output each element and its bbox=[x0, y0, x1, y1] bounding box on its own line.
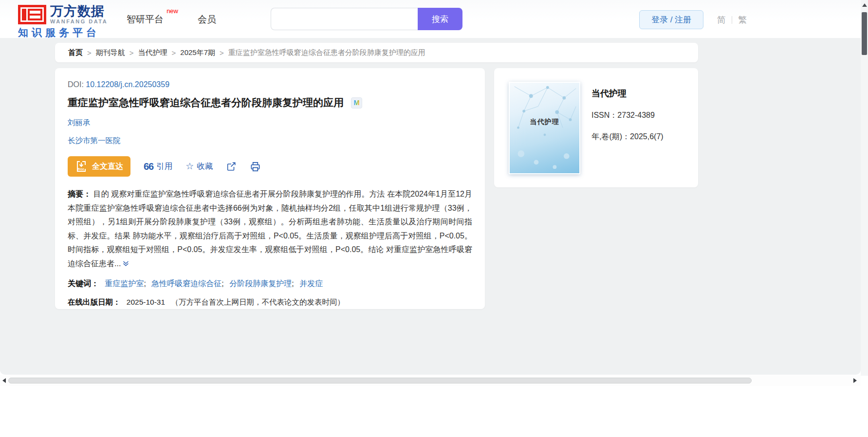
article-actions: free 全文直达 66 引用 ☆ 收藏 bbox=[68, 156, 472, 177]
share-button[interactable] bbox=[226, 161, 237, 172]
wanfang-logo-icon bbox=[18, 5, 46, 24]
breadcrumb-separator: > bbox=[172, 49, 176, 57]
abstract: 摘要： 目的 观察对重症监护室急性呼吸窘迫综合征患者开展分阶段肺康复护理的作用。… bbox=[68, 187, 472, 273]
nav-item-member[interactable]: 会员 bbox=[198, 13, 216, 26]
volume-label: 年,卷(期)： bbox=[591, 132, 630, 141]
horizontal-scrollbar-thumb[interactable] bbox=[8, 378, 752, 383]
breadcrumb-separator: > bbox=[129, 49, 134, 57]
free-download-icon: free bbox=[75, 160, 88, 173]
scroll-right-arrow-icon[interactable] bbox=[853, 378, 857, 383]
journal-cover-title: 当代护理 bbox=[510, 118, 579, 127]
vertical-scrollbar-thumb[interactable] bbox=[862, 12, 867, 55]
volume-value: 2025,6(7) bbox=[630, 132, 664, 141]
keyword-link[interactable]: 分阶段肺康复护理 bbox=[229, 279, 292, 288]
main-nav: 智研平台 new 会员 bbox=[127, 13, 216, 26]
doi-link[interactable]: 10.12208/j.cn.20250359 bbox=[86, 80, 169, 89]
print-icon bbox=[250, 161, 261, 172]
abstract-label: 摘要： bbox=[68, 190, 91, 198]
header: 万方数据 WANFANG DATA 知识服务平台 智研平台 new 会员 搜索 … bbox=[0, 0, 861, 38]
abstract-text: 目的 观察对重症监护室急性呼吸窘迫综合征患者开展分阶段肺康复护理的作用。方法 在… bbox=[68, 190, 472, 268]
quote-icon: 66 bbox=[144, 163, 153, 170]
article-title: 重症监护室急性呼吸窘迫综合征患者分阶段肺康复护理的应用 bbox=[68, 95, 344, 110]
breadcrumb-journal[interactable]: 当代护理 bbox=[138, 48, 167, 57]
lang-traditional[interactable]: 繁 bbox=[738, 14, 747, 26]
article-card: DOI: 10.12208/j.cn.20250359 重症监护室急性呼吸窘迫综… bbox=[55, 68, 485, 309]
breadcrumb-separator: > bbox=[87, 49, 92, 57]
pubdate-row: 在线出版日期： 2025-10-31 （万方平台首次上网日期，不代表论文的发表时… bbox=[68, 297, 472, 308]
keywords-row: 关键词： 重症监护室; 急性呼吸窘迫综合征; 分阶段肺康复护理; 并发症 bbox=[68, 279, 472, 289]
keywords-label: 关键词： bbox=[68, 279, 99, 288]
fulltext-button[interactable]: free 全文直达 bbox=[68, 156, 130, 177]
print-button[interactable] bbox=[250, 161, 261, 172]
breadcrumb-current: 重症监护室急性呼吸窘迫综合征患者分阶段肺康复护理的应用 bbox=[228, 48, 425, 57]
breadcrumb-home[interactable]: 首页 bbox=[68, 48, 83, 57]
language-switcher: 简 繁 bbox=[717, 14, 747, 26]
journal-cover[interactable]: 当代护理 bbox=[509, 82, 580, 174]
scroll-left-arrow-icon[interactable] bbox=[2, 378, 6, 383]
favorite-button[interactable]: ☆ 收藏 bbox=[185, 161, 213, 172]
pubdate-label: 在线出版日期： bbox=[68, 298, 121, 306]
nav-item-zhiyan[interactable]: 智研平台 new bbox=[127, 13, 164, 26]
logo-subtitle: WANFANG DATA bbox=[50, 18, 108, 24]
journal-name[interactable]: 当代护理 bbox=[591, 88, 664, 99]
cite-button[interactable]: 66 引用 bbox=[144, 161, 172, 172]
search-box: 搜索 bbox=[271, 8, 462, 30]
doi-label: DOI: bbox=[68, 80, 84, 89]
breadcrumb-journal-nav[interactable]: 期刊导航 bbox=[96, 48, 125, 57]
issn-label: ISSN： bbox=[591, 111, 617, 119]
author-link[interactable]: 刘丽承 bbox=[68, 118, 91, 127]
pubdate-note: （万方平台首次上网日期，不代表论文的发表时间） bbox=[171, 298, 345, 306]
keyword-link[interactable]: 急性呼吸窘迫综合征 bbox=[151, 279, 222, 288]
wanfang-logo[interactable]: 万方数据 WANFANG DATA 知识服务平台 bbox=[18, 4, 108, 39]
journal-card: 当代护理 当代护理 ISSN：2732-4389 年,卷(期)：2025,6(7… bbox=[494, 68, 698, 187]
logo-tagline: 知识服务平台 bbox=[18, 26, 108, 39]
journal-issn-row: ISSN：2732-4389 bbox=[591, 110, 664, 121]
lang-divider bbox=[732, 16, 732, 24]
lang-simplified[interactable]: 简 bbox=[717, 14, 726, 26]
star-icon: ☆ bbox=[185, 163, 194, 170]
cover-network-art bbox=[510, 83, 579, 173]
breadcrumb-separator: > bbox=[220, 49, 224, 57]
scroll-up-arrow-icon[interactable] bbox=[862, 3, 867, 7]
new-badge: new bbox=[166, 7, 178, 15]
journal-volume-row: 年,卷(期)：2025,6(7) bbox=[591, 132, 664, 142]
horizontal-scrollbar[interactable] bbox=[0, 375, 861, 386]
search-input[interactable] bbox=[271, 8, 418, 30]
vertical-scrollbar[interactable] bbox=[861, 0, 868, 376]
search-button[interactable]: 搜索 bbox=[418, 8, 462, 30]
breadcrumb-issue[interactable]: 2025年7期 bbox=[180, 48, 215, 57]
login-register-button[interactable]: 登录 / 注册 bbox=[639, 10, 703, 29]
svg-text:free: free bbox=[78, 167, 84, 171]
keyword-link[interactable]: 重症监护室 bbox=[105, 279, 144, 288]
issn-value: 2732-4389 bbox=[617, 111, 655, 119]
metric-badge[interactable]: M bbox=[351, 97, 362, 109]
expand-abstract-button[interactable] bbox=[122, 258, 130, 273]
keyword-link[interactable]: 并发症 bbox=[299, 279, 323, 288]
pubdate-value: 2025-10-31 bbox=[127, 298, 165, 306]
doi-row: DOI: 10.12208/j.cn.20250359 bbox=[68, 80, 472, 89]
chevron-double-down-icon bbox=[122, 259, 130, 268]
share-icon bbox=[226, 161, 237, 172]
breadcrumb: 首页 > 期刊导航 > 当代护理 > 2025年7期 > 重症监护室急性呼吸窘迫… bbox=[55, 43, 698, 62]
logo-title: 万方数据 bbox=[50, 4, 108, 18]
institution-link[interactable]: 长沙市第一医院 bbox=[68, 136, 121, 145]
